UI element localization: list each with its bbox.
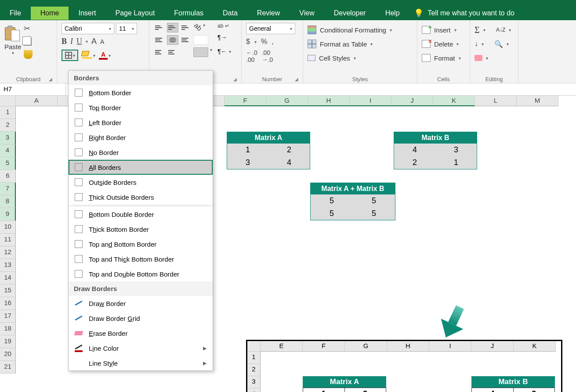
shrink-font-button[interactable]: A [100,38,104,45]
bold-button[interactable]: B [62,37,67,46]
align-right-button[interactable] [180,35,192,45]
tab-home[interactable]: Home [31,7,69,20]
underline-button[interactable]: U [76,37,82,46]
format-cells-button[interactable]: Format ▾ [422,51,465,65]
align-middle-button[interactable] [167,23,178,32]
row-header[interactable]: 18 [0,323,16,335]
find-select-button[interactable]: 🔍 [494,40,503,48]
grow-font-button[interactable]: A [91,37,97,46]
row-header[interactable]: 10 [0,221,16,234]
column-header[interactable]: A [16,96,58,106]
row-header[interactable]: 1 [0,106,16,119]
menu-item-thick-bottom-border[interactable]: Thick Bottom Border [69,222,213,237]
row-header[interactable]: 16 [0,297,16,310]
orientation-button[interactable]: ab [191,22,203,34]
column-header[interactable]: F [225,96,266,106]
dialog-launcher-icon[interactable]: ◢ [49,77,52,82]
tab-view[interactable]: View [290,7,324,20]
column-header[interactable]: L [475,96,517,106]
menu-item-draw-border[interactable]: Draw Border [69,296,213,311]
tab-help[interactable]: Help [376,7,409,20]
menu-item-erase-border[interactable]: Erase Border [69,326,213,341]
decrease-decimal-button[interactable]: .00→.0 [262,49,273,63]
column-header[interactable]: G [266,96,308,106]
borders-button[interactable]: ▾ [62,50,78,61]
menu-item-outside-borders[interactable]: Outside Borders [69,175,213,190]
menu-item-top-and-bottom-border[interactable]: Top and Bottom Border [69,237,213,252]
percent-button[interactable]: % [261,38,267,46]
row-header[interactable]: 9 [0,208,16,221]
merge-center-button[interactable] [193,47,208,57]
menu-item-bottom-double-border[interactable]: Bottom Double Border [69,207,213,222]
row-header[interactable]: 19 [0,335,16,348]
row-header[interactable]: 13 [0,259,16,272]
merge-indicator-button[interactable] [193,35,208,45]
tab-review[interactable]: Review [247,7,290,20]
font-name-select[interactable]: Calibri▾ [62,23,114,34]
tab-insert[interactable]: Insert [69,7,105,20]
row-header[interactable]: 3 [0,132,16,144]
ltr-button[interactable]: ¶→ [217,34,227,41]
tab-formulas[interactable]: Formulas [164,7,213,20]
format-as-table-button[interactable]: Format as Table ▾ [308,37,413,51]
tab-page-layout[interactable]: Page Layout [105,7,164,20]
italic-button[interactable]: I [70,37,73,46]
menu-item-all-borders[interactable]: All Borders [69,160,213,175]
paste-dropdown[interactable]: ▾ [12,50,14,55]
align-bottom-button[interactable] [180,23,192,32]
tab-data[interactable]: Data [213,7,247,20]
column-header[interactable]: H [308,96,350,106]
align-center-button[interactable] [167,35,178,45]
wrap-text-button[interactable]: ab↵ [217,23,231,29]
delete-cells-button[interactable]: Delete ▾ [422,37,465,51]
column-header[interactable]: J [391,96,433,106]
menu-item-draw-border-grid[interactable]: Draw Border Grid [69,311,213,326]
autosum-button[interactable]: Σ▾ A↓Z▾ [475,23,514,37]
row-header[interactable]: 17 [0,310,16,323]
column-header[interactable]: M [517,96,558,106]
menu-item-thick-outside-borders[interactable]: Thick Outside Borders [69,190,213,205]
menu-item-no-border[interactable]: No Border [69,145,213,160]
align-left-button[interactable] [154,35,165,45]
font-size-select[interactable]: 11▾ [116,23,137,34]
menu-item-top-and-double-bottom-border[interactable]: Top and Double Bottom Border [69,266,213,281]
fill-color-button[interactable]: ▾ [82,51,95,60]
tell-me-search[interactable]: 💡 Tell me what you want to do [414,8,514,18]
row-header[interactable]: 20 [0,348,16,361]
dialog-launcher-icon[interactable]: ◢ [233,77,237,82]
comma-button[interactable]: , [272,38,273,46]
currency-button[interactable]: $ [246,38,250,46]
conditional-formatting-button[interactable]: Conditional Formatting ▾ [308,23,413,37]
row-header[interactable]: 6 [0,170,16,183]
tab-developer[interactable]: Developer [324,7,376,20]
clear-button[interactable]: ▾ [475,51,514,65]
paste-button[interactable]: Paste [4,43,21,50]
column-header[interactable]: K [433,96,475,106]
decrease-indent-button[interactable] [154,47,165,57]
menu-item-bottom-border[interactable]: Bottom Border [69,85,213,100]
align-top-button[interactable] [154,23,165,32]
row-header[interactable]: 7 [0,183,16,195]
row-header[interactable]: 11 [0,234,16,246]
paste-icon[interactable] [5,25,21,42]
row-header[interactable]: 5 [0,157,16,170]
cell-styles-button[interactable]: Cell Styles ▾ [308,51,413,65]
menu-item-top-and-thick-bottom-border[interactable]: Top and Thick Bottom Border [69,252,213,266]
menu-item-top-border[interactable]: Top Border [69,100,213,115]
rtl-button[interactable]: ¶← [217,48,227,55]
fill-button[interactable]: ↓▾ 🔍▾ [475,37,514,51]
increase-indent-button[interactable] [167,47,178,57]
row-header[interactable]: 8 [0,195,16,208]
row-header[interactable]: 2 [0,119,16,132]
menu-item-line-style[interactable]: Line Style▶ [69,356,213,370]
cut-icon[interactable] [24,24,33,33]
dialog-launcher-icon[interactable]: ◢ [295,77,298,82]
format-painter-icon[interactable] [24,50,33,59]
name-box[interactable]: H7 [0,83,66,95]
select-all-corner[interactable] [0,96,16,106]
row-header[interactable]: 12 [0,246,16,259]
row-header[interactable]: 14 [0,272,16,284]
font-color-button[interactable]: A▾ [99,51,111,60]
menu-item-line-color[interactable]: Line Color▶ [69,341,213,356]
tab-file[interactable]: File [0,7,31,20]
